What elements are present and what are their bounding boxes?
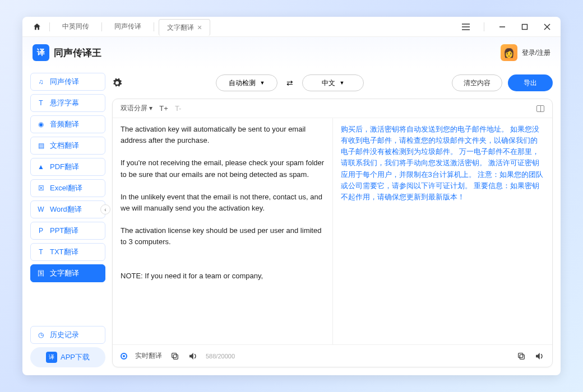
excel-icon: ☒: [36, 184, 45, 193]
maximize-button[interactable]: [518, 20, 531, 34]
speak-source-button[interactable]: [188, 351, 198, 361]
chevron-down-icon: ▼: [340, 80, 345, 86]
headset-icon: ♫: [36, 77, 45, 86]
word-icon: W: [36, 205, 45, 214]
settings-button[interactable]: [112, 78, 128, 88]
chevron-left-icon[interactable]: ‹: [100, 204, 110, 214]
swap-languages-button[interactable]: ⇄: [283, 78, 297, 87]
subtitle-icon: T: [36, 99, 45, 108]
brand: 译 同声传译王: [33, 44, 101, 61]
copy-target-button[interactable]: [516, 351, 526, 361]
tab-zh-en-interp[interactable]: 中英同传: [54, 18, 97, 35]
realtime-label: 实时翻译: [135, 351, 162, 361]
sidebar-item-txt-translate[interactable]: TTXT翻译: [30, 243, 105, 261]
realtime-radio[interactable]: [121, 353, 127, 360]
header: 译 同声传译王 👩 登录/注册: [22, 37, 561, 68]
svg-rect-4: [522, 24, 528, 29]
tab-simul-interp[interactable]: 同声传译: [107, 18, 149, 35]
user-area[interactable]: 👩 登录/注册: [501, 44, 550, 61]
sidebar-item-doc-translate[interactable]: ▤文档翻译: [30, 137, 105, 155]
target-text-pane[interactable]: 购买后，激活密钥将自动发送到您的电子邮件地址。 如果您没有收到电子邮件，请检查您…: [333, 118, 553, 344]
brand-title: 同声传译王: [54, 46, 101, 59]
svg-rect-7: [173, 354, 178, 359]
chevron-down-icon: ▼: [260, 80, 265, 86]
main-area: 自动检测▼ ⇄ 中文▼ 清空内容 导出 双语分屏 ▾ T+ T- The act…: [112, 73, 553, 367]
sidebar-item-floating-subtitle[interactable]: T悬浮字幕: [30, 94, 105, 112]
card-toolbar: 双语分屏 ▾ T+ T-: [113, 99, 552, 118]
source-lang-select[interactable]: 自动检测▼: [216, 74, 277, 91]
titlebar: 中英同传 同声传译 文字翻译 ×: [22, 17, 561, 37]
clock-icon: ◷: [36, 330, 45, 339]
sidebar-item-ppt-translate[interactable]: PPPT翻译: [30, 222, 105, 240]
pdf-icon: ▲: [36, 162, 45, 171]
svg-rect-10: [519, 353, 523, 357]
font-increase-button[interactable]: T+: [159, 104, 168, 113]
txt-icon: T: [36, 248, 45, 256]
sidebar-item-simul-interp[interactable]: ♫同声传译: [30, 73, 105, 91]
audio-icon: ◉: [36, 120, 45, 129]
sidebar-item-pdf-translate[interactable]: ▲PDF翻译: [30, 158, 105, 176]
brand-logo-icon: 译: [33, 44, 49, 61]
close-button[interactable]: [540, 20, 554, 34]
sidebar: ♫同声传译 T悬浮字幕 ◉音频翻译 ▤文档翻译 ▲PDF翻译 ☒Excel翻译 …: [30, 73, 105, 367]
sidebar-item-text-translate[interactable]: 国文字翻译: [30, 264, 105, 282]
translation-card: 双语分屏 ▾ T+ T- The activation key will aut…: [112, 99, 553, 367]
svg-rect-8: [172, 353, 177, 357]
export-button[interactable]: 导出: [508, 74, 553, 91]
sidebar-item-excel-translate[interactable]: ☒Excel翻译: [30, 179, 105, 197]
sidebar-item-history[interactable]: ◷历史记录: [30, 326, 105, 344]
tab-text-translate[interactable]: 文字翻译 ×: [159, 19, 210, 36]
login-register-link[interactable]: 登录/注册: [522, 48, 550, 58]
source-text-pane[interactable]: The activation key will automatically be…: [113, 118, 333, 344]
avatar[interactable]: 👩: [501, 44, 517, 61]
minimize-button[interactable]: [496, 20, 509, 34]
sidebar-item-audio-translate[interactable]: ◉音频翻译: [30, 115, 105, 133]
view-mode-select[interactable]: 双语分屏 ▾: [121, 104, 152, 113]
text-icon: 国: [36, 269, 45, 278]
layout-split-icon[interactable]: [536, 105, 544, 112]
toolbar: 自动检测▼ ⇄ 中文▼ 清空内容 导出: [112, 73, 553, 93]
menu-button[interactable]: [459, 20, 473, 34]
font-decrease-button[interactable]: T-: [175, 104, 182, 113]
card-footer: 实时翻译 588/20000: [113, 344, 552, 367]
doc-icon: ▤: [36, 141, 45, 150]
app-window: 中英同传 同声传译 文字翻译 × 译: [22, 17, 561, 375]
svg-rect-9: [520, 354, 524, 359]
ppt-icon: P: [36, 226, 45, 235]
sidebar-item-word-translate[interactable]: WWord翻译‹: [30, 200, 105, 218]
home-button[interactable]: [29, 19, 45, 35]
app-logo-icon: 译: [46, 352, 57, 363]
clear-content-button[interactable]: 清空内容: [452, 74, 502, 91]
char-counter: 588/20000: [206, 353, 235, 360]
speak-target-button[interactable]: [534, 351, 544, 361]
copy-source-button[interactable]: [170, 351, 180, 361]
target-lang-select[interactable]: 中文▼: [302, 74, 364, 91]
app-download-button[interactable]: 译APP下载: [30, 347, 105, 367]
tab-close-icon[interactable]: ×: [197, 23, 202, 32]
